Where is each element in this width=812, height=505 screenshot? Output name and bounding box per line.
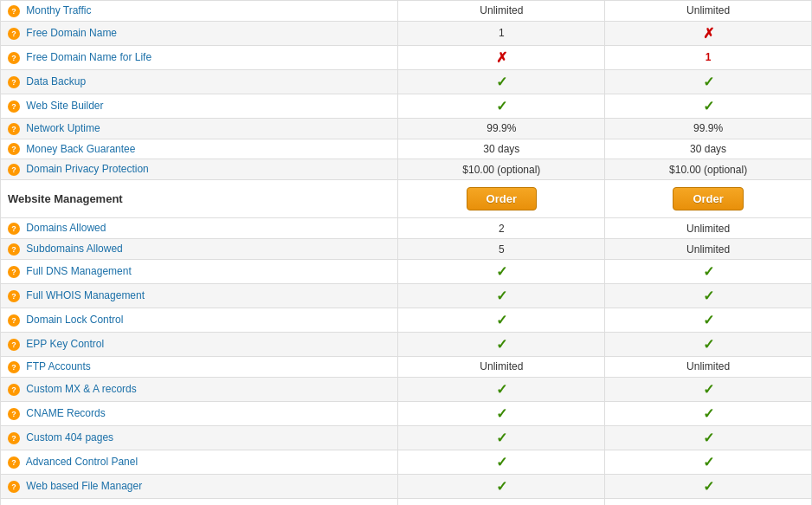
info-icon[interactable]: ?	[8, 164, 20, 176]
cell-value: 99.9%	[487, 122, 516, 134]
cell-value: Unlimited	[480, 4, 523, 16]
feature-name[interactable]: Full DNS Management	[26, 265, 131, 277]
business-cell: 30 days	[605, 139, 812, 159]
table-row: ? Monthy Traffic Unlimited Unlimited	[1, 1, 812, 22]
info-icon[interactable]: ?	[8, 361, 20, 373]
cell-value: Unlimited	[686, 223, 730, 235]
business-cell: $10.00 (optional)	[605, 159, 812, 180]
feature-name[interactable]: Web Site Builder	[26, 100, 103, 112]
personal-cell: ✓	[398, 94, 605, 118]
feature-name[interactable]: CNAME Records	[26, 407, 105, 419]
info-icon[interactable]: ?	[8, 290, 20, 302]
cell-value: 5	[499, 243, 505, 256]
cell-value: 30 days	[483, 143, 519, 155]
personal-cell: 5	[398, 239, 605, 260]
personal-cell: 2	[398, 218, 605, 239]
feature-name[interactable]: Money Back Guarantee	[26, 143, 135, 155]
cell-value: 30 days	[690, 143, 726, 155]
feature-name[interactable]: EPP Key Control	[26, 338, 104, 350]
info-icon[interactable]: ?	[8, 100, 20, 113]
cross-icon: ✗	[703, 26, 714, 41]
order-button-personal[interactable]: Order	[467, 187, 537, 210]
table-row: ? Network Uptime 99.9% 99.9%	[1, 118, 812, 139]
personal-cell: 1	[398, 21, 605, 45]
info-icon[interactable]: ?	[8, 5, 20, 17]
table-row: ? Free Domain Name 1 ✗	[1, 21, 812, 45]
info-icon[interactable]: ?	[8, 52, 20, 64]
feature-label: ? Web Site Builder	[1, 94, 398, 118]
feature-name[interactable]: Web based File Manager	[26, 480, 142, 492]
feature-label: ? Domains Allowed	[1, 218, 398, 239]
table-row: ? Advanced Control Panel ✓ ✓	[1, 450, 812, 474]
personal-cell: ✓	[398, 498, 605, 505]
info-icon[interactable]: ?	[8, 266, 20, 278]
feature-name[interactable]: Full WHOIS Management	[26, 289, 145, 301]
feature-name[interactable]: Network Uptime	[26, 122, 100, 134]
check-icon: ✓	[703, 479, 714, 494]
info-icon[interactable]: ?	[8, 243, 20, 256]
table-row: ? Custom MX & A records ✓ ✓	[1, 377, 812, 401]
info-icon[interactable]: ?	[8, 408, 20, 420]
business-cell: ✓	[605, 377, 812, 401]
cell-value: 99.9%	[693, 122, 723, 134]
check-icon: ✓	[703, 99, 714, 113]
table-row: ? CNAME Records ✓ ✓	[1, 401, 812, 425]
feature-label: ? Domain Lock Control	[1, 308, 398, 332]
info-icon[interactable]: ?	[8, 339, 20, 351]
order-button-business[interactable]: Order	[673, 187, 743, 210]
table-row: ? Web based File Manager ✓ ✓	[1, 474, 812, 498]
business-cell: ✓	[605, 69, 812, 94]
business-cell: 1	[605, 45, 812, 69]
info-icon[interactable]: ?	[8, 384, 20, 396]
table-row: ? Full DNS Management ✓ ✓	[1, 259, 812, 283]
business-cell: Unlimited	[605, 239, 812, 260]
info-icon[interactable]: ?	[8, 143, 20, 155]
feature-label: ? Free Domain Name for Life	[1, 45, 398, 69]
personal-cell: ✓	[398, 332, 605, 356]
feature-name[interactable]: Free Domain Name	[26, 27, 117, 39]
info-icon[interactable]: ?	[8, 314, 20, 327]
business-cell: ✓	[605, 283, 812, 308]
feature-name[interactable]: Domain Privacy Protection	[26, 163, 148, 175]
check-icon: ✓	[496, 479, 507, 494]
table-row: ? Password Protection ✓ ✓	[1, 498, 812, 505]
business-cell: ✓	[605, 259, 812, 283]
info-icon[interactable]: ?	[8, 481, 20, 493]
feature-name[interactable]: FTP Accounts	[26, 360, 90, 372]
table-row: ? Domain Privacy Protection $10.00 (opti…	[1, 159, 812, 180]
feature-label: ? Network Uptime	[1, 118, 398, 139]
feature-name[interactable]: Advanced Control Panel	[26, 456, 138, 468]
table-row: ? Domain Lock Control ✓ ✓	[1, 308, 812, 332]
personal-cell: ✓	[398, 283, 605, 308]
table-row: ? Custom 404 pages ✓ ✓	[1, 425, 812, 450]
business-cell: ✗	[605, 21, 812, 45]
business-cell: Unlimited	[605, 356, 812, 377]
table-row: ? FTP Accounts Unlimited Unlimited	[1, 356, 812, 377]
cell-value: 1	[499, 27, 505, 39]
info-icon[interactable]: ?	[8, 223, 20, 235]
business-cell: ✓	[605, 401, 812, 425]
feature-name[interactable]: Subdomains Allowed	[26, 243, 122, 255]
check-icon: ✓	[496, 382, 507, 397]
table-row: ? Money Back Guarantee 30 days 30 days	[1, 139, 812, 159]
feature-name[interactable]: Custom 404 pages	[26, 431, 113, 443]
personal-cell: 30 days	[398, 139, 605, 159]
personal-cell: ✓	[398, 69, 605, 94]
feature-name[interactable]: Domains Allowed	[26, 222, 106, 234]
personal-cell: Unlimited	[398, 1, 605, 22]
personal-cell: $10.00 (optional)	[398, 159, 605, 180]
info-icon[interactable]: ?	[8, 76, 20, 88]
info-icon[interactable]: ?	[8, 456, 20, 469]
feature-name[interactable]: Free Domain Name for Life	[26, 51, 151, 63]
feature-label: ? Data Backup	[1, 69, 398, 94]
check-icon: ✓	[496, 264, 507, 279]
info-icon[interactable]: ?	[8, 28, 20, 40]
feature-name[interactable]: Domain Lock Control	[26, 314, 123, 326]
feature-name[interactable]: Custom MX & A records	[26, 383, 136, 395]
business-cell: ✓	[605, 474, 812, 498]
info-icon[interactable]: ?	[8, 123, 20, 135]
feature-name[interactable]: Data Backup	[26, 75, 86, 87]
check-icon: ✓	[496, 288, 507, 303]
feature-name[interactable]: Monthy Traffic	[26, 4, 91, 16]
info-icon[interactable]: ?	[8, 432, 20, 444]
